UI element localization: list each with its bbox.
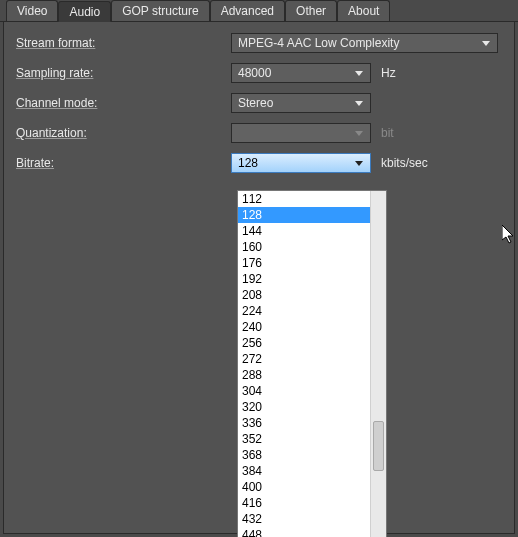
quantization-row: Quantization: bit — [16, 122, 502, 144]
bitrate-option[interactable]: 272 — [238, 351, 370, 367]
dropdown-arrow-icon — [351, 66, 367, 80]
bitrate-option[interactable]: 256 — [238, 335, 370, 351]
quantization-label: Quantization: — [16, 126, 231, 140]
bitrate-option[interactable]: 128 — [238, 207, 370, 223]
svg-marker-1 — [355, 71, 363, 76]
bitrate-option[interactable]: 208 — [238, 287, 370, 303]
stream-format-value: MPEG-4 AAC Low Complexity — [238, 36, 399, 50]
svg-marker-0 — [482, 41, 490, 46]
bitrate-option[interactable]: 400 — [238, 479, 370, 495]
bitrate-option[interactable]: 192 — [238, 271, 370, 287]
quantization-combo[interactable] — [231, 123, 371, 143]
svg-marker-3 — [355, 131, 363, 136]
bitrate-option[interactable]: 112 — [238, 191, 370, 207]
dropdown-arrow-icon — [351, 126, 367, 140]
bitrate-option[interactable]: 368 — [238, 447, 370, 463]
bitrate-unit: kbits/sec — [381, 156, 428, 170]
bitrate-row: Bitrate: 128 kbits/sec — [16, 152, 502, 174]
svg-marker-4 — [355, 161, 363, 166]
bitrate-option[interactable]: 416 — [238, 495, 370, 511]
bitrate-option[interactable]: 448 — [238, 527, 370, 537]
bitrate-label: Bitrate: — [16, 156, 231, 170]
tab-bar: Video Audio GOP structure Advanced Other… — [0, 0, 518, 22]
scrollbar-thumb[interactable] — [373, 421, 384, 471]
bitrate-option[interactable]: 384 — [238, 463, 370, 479]
stream-format-row: Stream format: MPEG-4 AAC Low Complexity — [16, 32, 502, 54]
bitrate-option[interactable]: 336 — [238, 415, 370, 431]
dropdown-arrow-icon — [351, 96, 367, 110]
sampling-rate-row: Sampling rate: 48000 Hz — [16, 62, 502, 84]
bitrate-option[interactable]: 432 — [238, 511, 370, 527]
sampling-rate-combo[interactable]: 48000 — [231, 63, 371, 83]
bitrate-option[interactable]: 160 — [238, 239, 370, 255]
svg-marker-2 — [355, 101, 363, 106]
bitrate-option[interactable]: 224 — [238, 303, 370, 319]
bitrate-option[interactable]: 144 — [238, 223, 370, 239]
bitrate-dropdown-list[interactable]: 1121281441601761922082242402562722883043… — [237, 190, 387, 537]
channel-mode-combo[interactable]: Stereo — [231, 93, 371, 113]
audio-panel: Stream format: MPEG-4 AAC Low Complexity… — [3, 22, 515, 534]
tab-advanced[interactable]: Advanced — [210, 0, 285, 21]
bitrate-option[interactable]: 288 — [238, 367, 370, 383]
bitrate-dropdown-items: 1121281441601761922082242402562722883043… — [238, 191, 370, 537]
tab-video[interactable]: Video — [6, 0, 58, 21]
channel-mode-value: Stereo — [238, 96, 273, 110]
bitrate-combo[interactable]: 128 — [231, 153, 371, 173]
bitrate-option[interactable]: 352 — [238, 431, 370, 447]
tab-other[interactable]: Other — [285, 0, 337, 21]
bitrate-option[interactable]: 240 — [238, 319, 370, 335]
scrollbar[interactable] — [370, 191, 386, 537]
bitrate-option[interactable]: 176 — [238, 255, 370, 271]
channel-mode-row: Channel mode: Stereo — [16, 92, 502, 114]
tab-gop-structure[interactable]: GOP structure — [111, 0, 209, 21]
tab-about[interactable]: About — [337, 0, 390, 21]
sampling-rate-label: Sampling rate: — [16, 66, 231, 80]
tab-audio[interactable]: Audio — [58, 1, 111, 22]
bitrate-value: 128 — [238, 156, 258, 170]
dropdown-arrow-icon — [478, 36, 494, 50]
dropdown-arrow-icon — [351, 156, 367, 170]
bitrate-option[interactable]: 320 — [238, 399, 370, 415]
bitrate-option[interactable]: 304 — [238, 383, 370, 399]
stream-format-combo[interactable]: MPEG-4 AAC Low Complexity — [231, 33, 498, 53]
channel-mode-label: Channel mode: — [16, 96, 231, 110]
stream-format-label: Stream format: — [16, 36, 231, 50]
quantization-unit: bit — [381, 126, 394, 140]
sampling-rate-value: 48000 — [238, 66, 271, 80]
sampling-rate-unit: Hz — [381, 66, 396, 80]
